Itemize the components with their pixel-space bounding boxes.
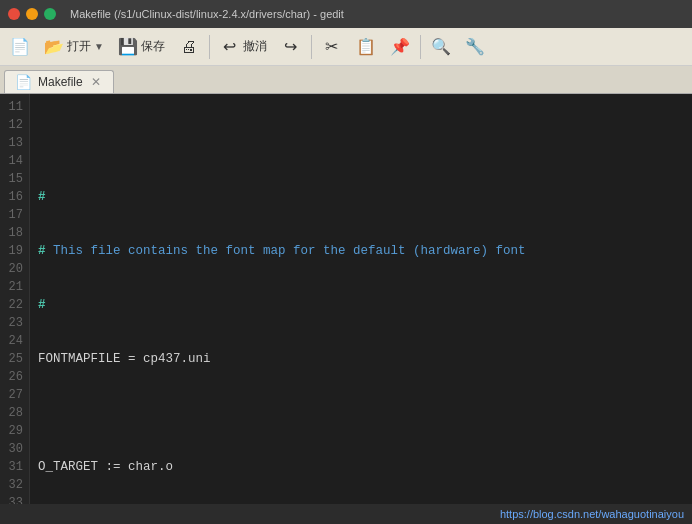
tab-close-button[interactable]: ✕ (89, 75, 103, 89)
line-num-14: 14 (4, 152, 23, 170)
copy-icon: 📋 (356, 37, 376, 57)
maximize-button[interactable] (44, 8, 56, 20)
line-num-24: 24 (4, 332, 23, 350)
line-num-26: 26 (4, 368, 23, 386)
open-label: 打开 (67, 38, 91, 55)
titlebar: Makefile (/s1/uClinux-dist/linux-2.4.x/d… (0, 0, 692, 28)
statusbar: https://blog.csdn.net/wahaguotinaiyou (0, 504, 692, 524)
toolbar-separator-1 (209, 35, 210, 59)
undo-label: 撤消 (243, 38, 267, 55)
paste-button[interactable]: 📌 (384, 32, 416, 62)
line-num-20: 20 (4, 260, 23, 278)
open-button[interactable]: 📂 打开 ▼ (38, 32, 110, 62)
paste-icon: 📌 (390, 37, 410, 57)
tabbar: 📄 Makefile ✕ (0, 66, 692, 94)
print-button[interactable]: 🖨 (173, 32, 205, 62)
save-button[interactable]: 💾 保存 (112, 32, 171, 62)
line-num-21: 21 (4, 278, 23, 296)
undo-button[interactable]: ↩ 撤消 (214, 32, 273, 62)
redo-icon: ↪ (281, 37, 301, 57)
line-num-13: 13 (4, 134, 23, 152)
toolbar: 📄 📂 打开 ▼ 💾 保存 🖨 ↩ 撤消 ↪ ✂ 📋 📌 🔍 🔧 (0, 28, 692, 66)
tools-icon: 🔧 (465, 37, 485, 57)
cut-icon: ✂ (322, 37, 342, 57)
toolbar-separator-3 (420, 35, 421, 59)
tools-button[interactable]: 🔧 (459, 32, 491, 62)
code-line-14: # (38, 296, 684, 314)
code-line-13: # This file contains the font map for th… (38, 242, 684, 260)
line-num-27: 27 (4, 386, 23, 404)
code-area[interactable]: # # This file contains the font map for … (30, 94, 692, 524)
line-num-18: 18 (4, 224, 23, 242)
line-num-25: 25 (4, 350, 23, 368)
redo-button[interactable]: ↪ (275, 32, 307, 62)
copy-button[interactable]: 📋 (350, 32, 382, 62)
status-url[interactable]: https://blog.csdn.net/wahaguotinaiyou (500, 508, 684, 520)
editor[interactable]: 11 12 13 14 15 16 17 18 19 20 21 22 23 2… (0, 94, 692, 524)
line-num-23: 23 (4, 314, 23, 332)
line-num-30: 30 (4, 440, 23, 458)
cut-button[interactable]: ✂ (316, 32, 348, 62)
line-num-29: 29 (4, 422, 23, 440)
code-line-12: # (38, 188, 684, 206)
line-num-31: 31 (4, 458, 23, 476)
minimize-button[interactable] (26, 8, 38, 20)
toolbar-separator-2 (311, 35, 312, 59)
find-button[interactable]: 🔍 (425, 32, 457, 62)
line-num-22: 22 (4, 296, 23, 314)
new-button[interactable]: 📄 (4, 32, 36, 62)
code-line-15: FONTMAPFILE = cp437.uni (38, 350, 684, 368)
print-icon: 🖨 (179, 37, 199, 57)
code-line-17: O_TARGET := char.o (38, 458, 684, 476)
line-num-28: 28 (4, 404, 23, 422)
undo-icon: ↩ (220, 37, 240, 57)
line-num-11: 11 (4, 98, 23, 116)
save-icon: 💾 (118, 37, 138, 57)
line-num-16: 16 (4, 188, 23, 206)
find-icon: 🔍 (431, 37, 451, 57)
open-icon: 📂 (44, 37, 64, 57)
save-label: 保存 (141, 38, 165, 55)
line-num-12: 12 (4, 116, 23, 134)
file-tab-icon: 📄 (15, 74, 32, 90)
line-num-19: 19 (4, 242, 23, 260)
code-line-11 (38, 134, 684, 152)
window-title: Makefile (/s1/uClinux-dist/linux-2.4.x/d… (70, 8, 344, 20)
close-button[interactable] (8, 8, 20, 20)
line-num-17: 17 (4, 206, 23, 224)
new-icon: 📄 (10, 37, 30, 57)
file-tab[interactable]: 📄 Makefile ✕ (4, 70, 114, 93)
line-num-32: 32 (4, 476, 23, 494)
code-line-16 (38, 404, 684, 422)
line-numbers: 11 12 13 14 15 16 17 18 19 20 21 22 23 2… (0, 94, 30, 524)
open-dropdown-arrow[interactable]: ▼ (94, 41, 104, 52)
line-num-15: 15 (4, 170, 23, 188)
tab-label: Makefile (38, 75, 83, 89)
